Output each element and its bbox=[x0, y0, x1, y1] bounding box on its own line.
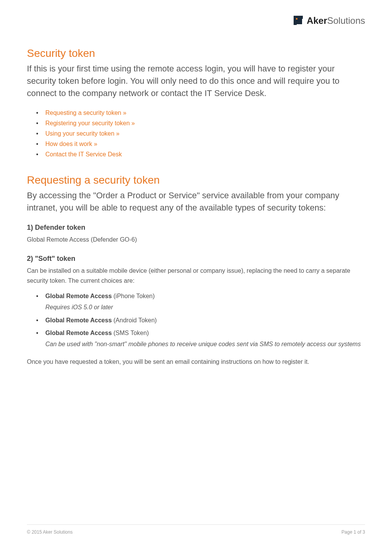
logo-brand-bold: Aker bbox=[307, 15, 327, 26]
document-page: AkerSolutions Security token If this is … bbox=[0, 0, 392, 398]
option-iphone-rest: (iPhone Token) bbox=[112, 293, 155, 299]
svg-rect-3 bbox=[296, 18, 297, 20]
toc-item: Registering your security token » bbox=[45, 120, 365, 127]
list-item: Global Remote Access (SMS Token) Can be … bbox=[45, 328, 365, 349]
svg-rect-2 bbox=[297, 19, 302, 24]
logo-container: AkerSolutions bbox=[27, 15, 365, 26]
option-android-bold: Global Remote Access bbox=[45, 317, 112, 323]
list-item: Global Remote Access (iPhone Token) Requ… bbox=[45, 291, 365, 312]
soft-token-heading: 2) "Soft" token bbox=[27, 255, 365, 263]
defender-token-heading: 1) Defender token bbox=[27, 224, 365, 232]
option-sms-rest: (SMS Token) bbox=[112, 330, 149, 336]
logo-text: AkerSolutions bbox=[307, 15, 365, 26]
link-registering-token[interactable]: Registering your security token » bbox=[45, 120, 135, 126]
requesting-token-intro: By accessing the "Order a Product or Ser… bbox=[27, 189, 365, 214]
link-contact-service-desk[interactable]: Contact the IT Service Desk bbox=[45, 151, 122, 158]
toc-item: Requesting a security token » bbox=[45, 109, 365, 116]
option-iphone-note: Requires iOS 5.0 or later bbox=[45, 302, 365, 312]
option-sms-note: Can be used with "non-smart" mobile phon… bbox=[45, 339, 365, 349]
link-using-token[interactable]: Using your security token » bbox=[45, 130, 120, 137]
option-iphone-bold: Global Remote Access bbox=[45, 293, 112, 299]
page-footer: © 2015 Aker Solutions Page 1 of 3 bbox=[27, 524, 365, 535]
closing-paragraph: Once you have requested a token, you wil… bbox=[27, 357, 365, 367]
defender-token-body: Global Remote Access (Defender GO-6) bbox=[27, 235, 365, 245]
list-item: Global Remote Access (Android Token) bbox=[45, 315, 365, 325]
security-token-heading: Security token bbox=[27, 47, 365, 60]
option-sms-bold: Global Remote Access bbox=[45, 330, 112, 336]
requesting-token-heading: Requesting a security token bbox=[27, 174, 365, 186]
link-requesting-token[interactable]: Requesting a security token » bbox=[45, 109, 126, 116]
link-how-it-works[interactable]: How does it work » bbox=[45, 141, 97, 147]
logo-mark-icon bbox=[294, 16, 304, 26]
toc-item: Using your security token » bbox=[45, 130, 365, 137]
footer-page-number: Page 1 of 3 bbox=[342, 529, 365, 535]
security-token-intro: If this is your first time using the rem… bbox=[27, 63, 365, 100]
footer-copyright: © 2015 Aker Solutions bbox=[27, 529, 73, 535]
toc-item: Contact the IT Service Desk bbox=[45, 151, 365, 158]
toc-item: How does it work » bbox=[45, 141, 365, 148]
toc-link-list: Requesting a security token » Registerin… bbox=[27, 109, 365, 158]
logo-brand-light: Solutions bbox=[327, 15, 365, 26]
soft-token-body: Can be installed on a suitable mobile de… bbox=[27, 266, 365, 285]
option-android-rest: (Android Token) bbox=[112, 317, 157, 323]
soft-token-options: Global Remote Access (iPhone Token) Requ… bbox=[27, 291, 365, 349]
